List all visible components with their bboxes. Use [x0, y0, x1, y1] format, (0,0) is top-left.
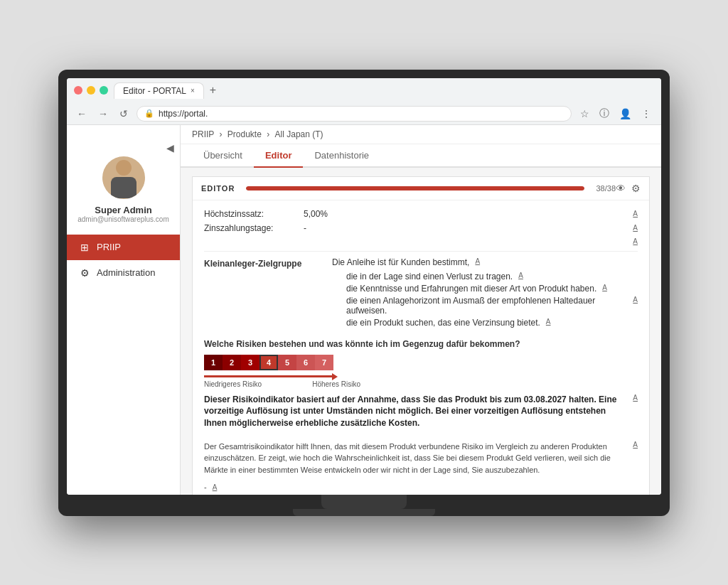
settings-btn[interactable]: ⚙ — [631, 183, 641, 194]
risk-3[interactable]: 3 — [241, 355, 259, 370]
window-close-btn[interactable] — [74, 86, 82, 95]
risk-line — [204, 375, 332, 377]
risk-5[interactable]: 5 — [278, 355, 296, 370]
section-edit-a[interactable]: A — [633, 237, 638, 245]
editor-progress-fill — [246, 186, 584, 190]
risk-arrow-line — [204, 373, 638, 380]
editor-panel-main: EDITOR 38/38 👁 ⚙ — [192, 176, 650, 495]
dash-text: - — [204, 481, 207, 493]
avatar — [102, 156, 145, 199]
tab-close-btn[interactable]: × — [191, 87, 195, 95]
bullet-list: die in der Lage sind einen Verlust zu tr… — [332, 272, 638, 328]
tabs-bar: Übersicht Editor Datenhistorie — [181, 144, 661, 168]
kleinanleger-section: Kleinanleger-Zielgruppe Die Anleihe ist … — [204, 257, 638, 331]
address-bar[interactable]: 🔒 https://portal. — [136, 106, 572, 122]
sidebar-item-administration[interactable]: ⚙ Administration — [67, 260, 180, 286]
sidebar-nav: ⊞ PRIIP ⚙ Administration — [67, 235, 180, 286]
bullet-edit-3[interactable]: A — [546, 318, 551, 326]
grid-icon: ⊞ — [78, 242, 91, 253]
profile-btn[interactable]: 👤 — [616, 107, 634, 121]
risk-4-active[interactable]: 4 — [259, 355, 278, 370]
normal-paragraph-edit[interactable]: A — [633, 441, 638, 449]
editor-header: EDITOR 38/38 👁 ⚙ — [193, 177, 649, 200]
breadcrumb-alljapan: All Japan (T) — [275, 129, 323, 139]
avatar-body — [111, 177, 136, 198]
risk-1[interactable]: 1 — [204, 355, 223, 370]
sidebar-label-priip: PRIIP — [97, 242, 121, 252]
reload-btn[interactable]: ↺ — [117, 107, 131, 121]
bullet-edit-0[interactable]: A — [518, 272, 523, 279]
sidebar-item-priip[interactable]: ⊞ PRIIP — [67, 235, 180, 260]
user-name: Super Admin — [95, 205, 151, 215]
risk-6[interactable]: 6 — [296, 355, 315, 370]
window-controls[interactable] — [74, 86, 108, 95]
tab-ubersicht[interactable]: Übersicht — [192, 144, 254, 168]
field-label-zinszahlungstage: Zinszahlungstage: — [204, 223, 304, 233]
field-label-hochstzinssatz: Höchstzinssatz: — [204, 209, 304, 219]
main-content: PRIIP › Produkte › All Japan (T) Übersic… — [181, 125, 661, 495]
bullet-text-0: die in der Lage sind einen Verlust zu tr… — [346, 272, 513, 281]
kleinanleger-intro-edit[interactable]: A — [475, 257, 480, 265]
avatar-head — [116, 160, 132, 176]
bullet-item-3: die ein Produkt suchen, das eine Verzins… — [346, 318, 638, 328]
kleinanleger-intro-text: Die Anleihe ist für Kunden bestimmt, — [332, 257, 469, 267]
risk-bar-container: 1 2 3 4 5 6 7 — [204, 355, 638, 370]
preview-btn[interactable]: 👁 — [616, 183, 626, 194]
normal-paragraph: Der Gesamtrisikoindikator hilft Ihnen, d… — [204, 441, 627, 476]
breadcrumb-priip: PRIIP — [192, 129, 214, 139]
risk-labels: Niedrigeres Risiko Höheres Risiko — [204, 380, 360, 388]
back-btn[interactable]: ← — [74, 107, 90, 121]
editor-progress-bar — [246, 186, 584, 190]
kleinanleger-label: Kleinanleger-Zielgruppe — [204, 257, 332, 331]
tab-editor[interactable]: Editor — [254, 144, 304, 168]
risk-arrowhead — [332, 373, 338, 380]
sidebar-toggle-btn[interactable]: ◀ — [161, 139, 180, 156]
risk-2[interactable]: 2 — [223, 355, 241, 370]
kleinanleger-content: Die Anleihe ist für Kunden bestimmt, A d… — [332, 257, 638, 331]
bullet-edit-2[interactable]: A — [633, 296, 638, 304]
sidebar: ◀ Super Admin admin@unisoftwareplus.com … — [67, 125, 181, 495]
toolbar-actions: ☆ ⓘ 👤 ⋮ — [577, 106, 654, 122]
field-hochstzinssatz: Höchstzinssatz: 5,00% A — [204, 209, 638, 219]
monitor-stand — [321, 495, 407, 509]
window-max-btn[interactable] — [100, 86, 108, 95]
risk-label-low: Niedrigeres Risiko — [204, 380, 262, 388]
risk-question-heading: Welche Risiken bestehen und was könnte i… — [204, 339, 638, 349]
bullet-edit-1[interactable]: A — [602, 284, 607, 291]
risk-label-high: Höheres Risiko — [312, 380, 360, 388]
field-value-zinszahlungstage: - — [304, 223, 630, 233]
bullet-text-1: die Kenntnisse und Erfahrungen mit diese… — [346, 284, 596, 294]
editor-actions: 👁 ⚙ — [616, 183, 641, 194]
field-value-hochstzinssatz: 5,00% — [304, 209, 630, 219]
edit-hochstzinssatz-btn[interactable]: A — [633, 210, 638, 218]
info-btn[interactable]: ⓘ — [596, 106, 612, 122]
new-tab-btn[interactable]: + — [204, 82, 222, 98]
user-email: admin@unisoftwareplus.com — [77, 215, 169, 223]
breadcrumb-produkte: Produkte — [228, 129, 262, 139]
tab-title: Editor - PORTAL — [123, 86, 186, 96]
window-min-btn[interactable] — [87, 86, 95, 95]
bullet-item-1: die Kenntnisse und Erfahrungen mit diese… — [346, 284, 638, 294]
bullet-item-2: die einen Anlagehorizont im Ausmaß der e… — [346, 296, 638, 316]
dash-edit[interactable]: A — [213, 483, 218, 491]
bullet-text-2: die einen Anlagehorizont im Ausmaß der e… — [346, 296, 627, 316]
menu-btn[interactable]: ⋮ — [638, 107, 654, 121]
risk-7[interactable]: 7 — [315, 355, 333, 370]
bold-paragraph-edit[interactable]: A — [633, 394, 638, 402]
field-separator — [204, 251, 638, 252]
browser-toolbar: ← → ↺ 🔒 https://portal. ☆ ⓘ 👤 ⋮ — [67, 103, 661, 124]
bullet-item-0: die in der Lage sind einen Verlust zu tr… — [346, 272, 638, 281]
bookmark-btn[interactable]: ☆ — [577, 107, 592, 121]
editor-area: EDITOR 38/38 👁 ⚙ — [181, 168, 661, 495]
active-tab[interactable]: Editor - PORTAL × — [114, 82, 204, 99]
tab-bar: Editor - PORTAL × + — [114, 82, 222, 99]
editor-count: 38/38 — [596, 184, 616, 193]
tab-datenhistorie[interactable]: Datenhistorie — [303, 144, 380, 168]
bullet-text-3: die ein Produkt suchen, das eine Verzins… — [346, 318, 540, 328]
forward-btn[interactable]: → — [95, 107, 111, 121]
editor-content: Höchstzinssatz: 5,00% A Zinszahlungstage… — [193, 200, 649, 495]
breadcrumb: PRIIP › Produkte › All Japan (T) — [181, 125, 661, 144]
sidebar-label-admin: Administration — [97, 267, 155, 278]
field-zinszahlungstage: Zinszahlungstage: - A — [204, 223, 638, 233]
edit-zinszahlungstage-btn[interactable]: A — [633, 224, 638, 232]
